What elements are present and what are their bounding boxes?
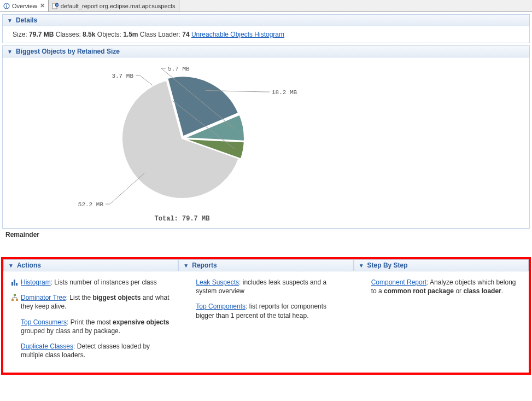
- action-histogram: Histogram: Lists number of instances per…: [11, 278, 171, 287]
- section-title: Reports: [192, 261, 217, 269]
- section-title: Biggest Objects by Retained Size: [16, 48, 120, 55]
- action-bold: expensive objects: [113, 318, 169, 326]
- step-bold2: class loader: [463, 287, 501, 295]
- bottom-panels: ▼ Actions Histogram: Lists number of ins…: [1, 257, 531, 375]
- step-bold: common root package: [384, 287, 454, 295]
- report-link[interactable]: Leak Suspects: [196, 278, 239, 286]
- section-biggest-header[interactable]: ▼ Biggest Objects by Retained Size: [2, 45, 530, 57]
- section-title: Details: [16, 16, 37, 24]
- twisty-icon: ▼: [7, 49, 13, 55]
- classloader-label: Class Loader:: [140, 31, 180, 38]
- svg-rect-11: [14, 280, 15, 286]
- twisty-icon: ▼: [7, 18, 13, 24]
- twisty-icon: ▼: [183, 263, 189, 269]
- actions-column: ▼ Actions Histogram: Lists number of ins…: [3, 259, 178, 373]
- action-link[interactable]: Histogram: [21, 278, 51, 286]
- tab-bar: Overview ✕ default_report org.eclipse.ma…: [0, 0, 532, 12]
- twisty-icon: ▼: [8, 263, 14, 269]
- close-icon[interactable]: ✕: [40, 2, 45, 9]
- report-link[interactable]: Top Components: [196, 303, 245, 310]
- classloader-value: 74: [182, 31, 189, 38]
- action-desc2: grouped by class and by package.: [21, 327, 120, 335]
- action-desc: : Lists number of instances per class: [51, 278, 157, 286]
- objects-label: Objects:: [97, 31, 121, 38]
- classes-label: Classes:: [56, 31, 81, 38]
- classes-value: 8.5k: [83, 31, 95, 38]
- report-top-components: Top Components: list reports for compone…: [186, 302, 346, 319]
- step-desc3: .: [501, 287, 503, 295]
- svg-point-4: [55, 3, 59, 7]
- tab-overview[interactable]: Overview ✕: [0, 0, 49, 11]
- reports-column: ▼ Reports Leak Suspects: includes leak s…: [178, 259, 353, 373]
- size-value: 79.7 MB: [29, 31, 54, 38]
- pie-chart-box: 18.2 MB5.7 MB3.7 MB52.2 MBTotal: 79.7 MB: [2, 57, 530, 229]
- svg-text:18.2 MB: 18.2 MB: [272, 89, 297, 96]
- section-actions-header[interactable]: ▼ Actions: [3, 259, 178, 271]
- stepbystep-column: ▼ Step By Step Component Report: Analyze…: [354, 259, 529, 373]
- section-title: Step By Step: [367, 261, 408, 269]
- pie-chart: 18.2 MB5.7 MB3.7 MB52.2 MBTotal: 79.7 MB: [7, 62, 357, 226]
- report-leak-suspects: Leak Suspects: includes leak suspects an…: [186, 278, 346, 295]
- unreachable-objects-link[interactable]: Unreachable Objects Histogram: [191, 31, 284, 38]
- svg-rect-12: [16, 283, 17, 286]
- objects-value: 1.5m: [123, 31, 138, 38]
- info-icon: [3, 3, 10, 9]
- details-body: Size: 79.7 MB Classes: 8.5k Objects: 1.5…: [2, 26, 530, 43]
- svg-rect-1: [6, 5, 7, 8]
- section-stepbystep-header[interactable]: ▼ Step By Step: [354, 259, 529, 271]
- svg-text:3.7 MB: 3.7 MB: [112, 73, 133, 79]
- action-duplicate-classes: Duplicate Classes: Detect classes loaded…: [11, 342, 171, 359]
- section-reports-header[interactable]: ▼ Reports: [178, 259, 353, 271]
- action-desc: : List the: [66, 294, 93, 301]
- svg-text:52.2 MB: 52.2 MB: [78, 201, 104, 208]
- action-top-consumers: Top Consumers: Print the most expensive …: [11, 318, 171, 335]
- action-link[interactable]: Top Consumers: [21, 318, 67, 326]
- twisty-icon: ▼: [359, 263, 364, 269]
- action-link[interactable]: Dominator Tree: [21, 294, 66, 301]
- histogram-icon: [11, 278, 21, 286]
- tab-default-report[interactable]: default_report org.eclipse.mat.api:suspe…: [49, 0, 179, 11]
- section-details-header[interactable]: ▼ Details: [2, 14, 530, 26]
- step-link[interactable]: Component Report: [371, 278, 426, 286]
- svg-rect-13: [14, 294, 16, 296]
- action-link[interactable]: Duplicate Classes: [21, 342, 73, 350]
- svg-rect-14: [11, 299, 14, 301]
- svg-rect-10: [11, 282, 13, 286]
- step-desc2: or: [454, 287, 463, 295]
- svg-rect-15: [16, 299, 18, 301]
- action-dominator-tree: Dominator Tree: List the biggest objects…: [11, 293, 171, 311]
- size-label: Size:: [13, 31, 27, 38]
- report-icon: [52, 3, 59, 9]
- tab-label: default_report org.eclipse.mat.api:suspe…: [61, 3, 176, 9]
- section-title: Actions: [17, 261, 41, 269]
- tab-label: Overview: [12, 3, 37, 9]
- svg-text:Total: 79.7 MB: Total: 79.7 MB: [155, 215, 210, 223]
- svg-text:5.7 MB: 5.7 MB: [168, 66, 190, 72]
- tree-icon: [11, 294, 21, 301]
- action-desc: : Print the most: [67, 318, 113, 326]
- remainder-label: Remainder: [0, 229, 532, 241]
- action-bold: biggest objects: [92, 294, 141, 301]
- step-component-report: Component Report: Analyze objects which …: [361, 278, 521, 295]
- svg-rect-2: [6, 4, 7, 4]
